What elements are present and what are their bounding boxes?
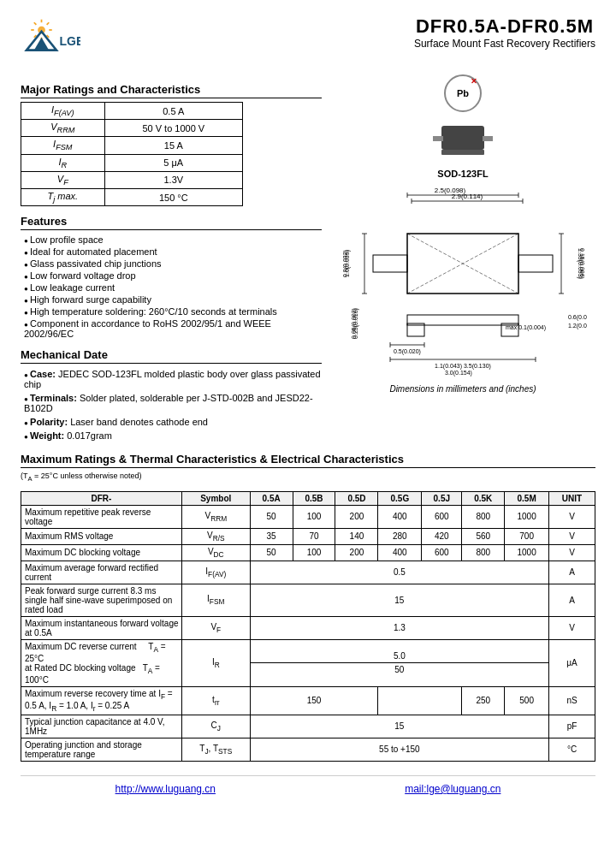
table-row: Peak forward surge current 8.3 ms single…	[21, 584, 595, 616]
mechanical-title: Mechanical Date	[21, 348, 322, 364]
website-link[interactable]: http://www.luguang.cn	[116, 783, 216, 795]
features-title: Features	[21, 215, 322, 230]
list-item: Low leakage current	[24, 282, 322, 294]
diagram-area: SOD-123FL 2.5(0.098) 2.9(0.114)	[330, 169, 595, 394]
diagram-title: SOD-123FL	[330, 169, 595, 179]
features-list: Low profile space Ideal for automated pl…	[21, 234, 322, 340]
list-item: Terminals: Solder plated, solderable per…	[24, 391, 322, 415]
table-row: Tj max. 150 °C	[21, 188, 243, 205]
right-column: Pb ✕ SOD-123FL 2.5(0.098)	[330, 74, 595, 442]
svg-text:0.5(0.020): 0.5(0.020)	[394, 348, 421, 355]
list-item: High forward surge capability	[24, 294, 322, 305]
logo-area: LGE	[21, 15, 80, 62]
component-illustration	[330, 117, 595, 162]
table-row: Maximum reverse recovery time at IF = 0.…	[21, 686, 595, 715]
table-row: IF(AV) 0.5 A	[21, 103, 243, 120]
dimension-diagram: 2.5(0.098) 2.9(0.114) 0.8(0.032)	[339, 182, 587, 379]
svg-rect-12	[441, 126, 484, 150]
lge-logo: LGE	[21, 15, 80, 62]
svg-rect-14	[483, 136, 493, 141]
page-footer: http://www.luguang.cn mail:lge@luguang.c…	[21, 775, 595, 795]
svg-line-28	[407, 234, 518, 294]
svg-rect-25	[373, 255, 407, 272]
pb-free-badge: Pb ✕	[444, 74, 482, 112]
svg-text:0.6(0.031): 0.6(0.031)	[568, 314, 587, 321]
table-row: IFSM 15 A	[21, 137, 243, 154]
main-content: Major Ratings and Characteristics IF(AV)…	[21, 74, 595, 442]
mechanical-list: Case: JEDEC SOD-123FL molded plastic bod…	[21, 367, 322, 442]
svg-rect-26	[518, 255, 553, 272]
table-row: Maximum instantaneous forward voltage at…	[21, 616, 595, 639]
svg-text:1.35(0.053): 1.35(0.053)	[577, 248, 583, 279]
component-svg	[429, 117, 497, 160]
page-header: LGE DFR0.5A-DFR0.5M Surface Mount Fast R…	[21, 15, 595, 62]
list-item: Low profile space	[24, 234, 322, 246]
list-item: Component in accordance to RoHS 2002/95/…	[24, 317, 322, 340]
table-row: Typical junction capacitance at 4.0 V, 1…	[21, 715, 595, 738]
svg-rect-15	[441, 150, 484, 155]
svg-text:1.1(0.043)    3.5(0.130): 1.1(0.043) 3.5(0.130)	[435, 363, 491, 370]
electrical-section: Maximum Ratings & Thermal Characteristic…	[21, 453, 595, 762]
ratings-section-title: Major Ratings and Characteristics	[21, 83, 322, 98]
table-row: Maximum RMS voltage VR/S 35 70 140 280 4…	[21, 528, 595, 544]
left-column: Major Ratings and Characteristics IF(AV)…	[21, 74, 322, 442]
list-item: High temperature soldering: 260°C/10 sec…	[24, 305, 322, 317]
table-row: IR 5 μA	[21, 154, 243, 171]
svg-text:1.0(0.039): 1.0(0.039)	[344, 250, 351, 277]
svg-text:max 0.1(0.004): max 0.1(0.004)	[506, 324, 546, 331]
electrical-table: DFR- Symbol 0.5A 0.5B 0.5D 0.5G 0.5J 0.5…	[21, 491, 595, 762]
svg-line-7	[47, 22, 50, 25]
svg-rect-13	[433, 136, 443, 141]
table-header-row: DFR- Symbol 0.5A 0.5B 0.5D 0.5G 0.5J 0.5…	[21, 491, 595, 505]
list-item: Weight: 0.017gram	[24, 429, 322, 442]
svg-text:1.2(0.047): 1.2(0.047)	[568, 323, 587, 329]
list-item: Low forward voltage drop	[24, 270, 322, 282]
table-row: Maximum DC reverse current TA = 25°Cat R…	[21, 639, 595, 686]
list-item: Ideal for automated placement	[24, 246, 322, 258]
svg-text:3.0(0.154): 3.0(0.154)	[445, 370, 472, 377]
title-area: DFR0.5A-DFR0.5M Surface Mount Fast Recov…	[414, 15, 595, 50]
ratings-table: IF(AV) 0.5 A VRRM 50 V to 1000 V IFSM 15…	[21, 102, 243, 206]
features-section: Features Low profile space Ideal for aut…	[21, 215, 322, 340]
table-row: Maximum DC blocking voltage VDC 50 100 2…	[21, 544, 595, 561]
diagram-note: Dimensions in millimeters and (inches)	[330, 384, 595, 394]
table-row: Operating junction and storage temperatu…	[21, 738, 595, 761]
list-item: Case: JEDEC SOD-123FL molded plastic bod…	[24, 367, 322, 391]
pb-badge-area: Pb ✕	[330, 74, 595, 112]
svg-text:LGE: LGE	[60, 34, 81, 48]
list-item: Polarity: Laser band denotes cathode end	[24, 415, 322, 429]
svg-line-5	[34, 22, 37, 25]
table-row: VRRM 50 V to 1000 V	[21, 120, 243, 137]
table-row: Maximum average forward rectified curren…	[21, 561, 595, 584]
product-subtitle: Surface Mount Fast Recovery Rectifiers	[414, 38, 595, 50]
email-link[interactable]: mail:lge@luguang.cn	[405, 783, 500, 795]
list-item: Glass passivated chip junctions	[24, 258, 322, 270]
svg-text:2.9(0.114): 2.9(0.114)	[452, 193, 483, 200]
electrical-title: Maximum Ratings & Thermal Characteristic…	[21, 453, 595, 468]
product-title: DFR0.5A-DFR0.5M	[414, 15, 595, 38]
table-row: Maximum repetitive peak reverse voltage …	[21, 505, 595, 528]
svg-text:0.25(0.010): 0.25(0.010)	[352, 308, 359, 339]
table-row: VF 1.3V	[21, 171, 243, 188]
electrical-subnote: (TA = 25°C unless otherwise noted)	[21, 472, 595, 483]
